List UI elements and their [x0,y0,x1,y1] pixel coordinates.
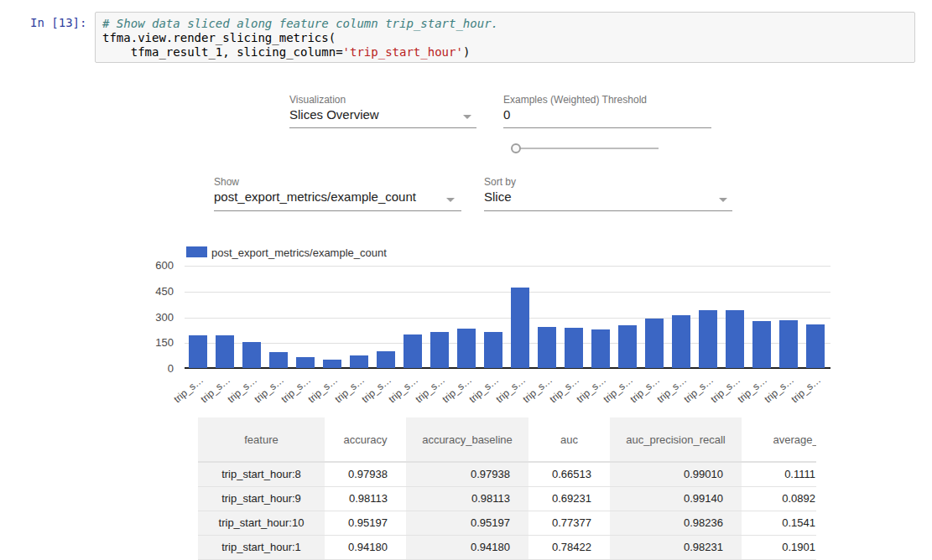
show-dropdown[interactable]: post_export_metrics/example_count [214,189,461,211]
table-cell: 0.95197 [325,511,406,536]
threshold-value: 0 [503,107,510,122]
table-header-auc_precision_recall[interactable]: auc_precision_recall [610,417,742,462]
visualization-value: Slices Overview [289,107,379,122]
x-axis-tick-label: trip_s… [586,374,635,417]
code-string: 'trip_start_hour' [343,45,463,59]
x-axis-tick-label: trip_s… [747,374,796,417]
bar-0[interactable] [189,335,207,368]
table-cell: 0.94180 [406,536,528,560]
threshold-slider-handle[interactable] [511,143,521,153]
table-cell: trip_start_hour:9 [198,487,325,511]
threshold-slider-track[interactable] [516,148,659,149]
sort-by-value: Slice [484,189,512,204]
table-cell: 0.97938 [406,462,528,487]
x-axis-tick-label: trip_s… [398,374,447,417]
x-axis-tick-label: trip_s… [721,374,769,417]
metrics-table: featureaccuracyaccuracy_baselineaucauc_p… [198,417,816,560]
x-axis-tick-label: trip_s… [291,374,340,417]
code-comment: # Show data sliced along feature column … [102,17,498,30]
table-cell: 0.98231 [610,536,742,560]
bar-6[interactable] [350,355,368,368]
x-axis-tick-label: trip_s… [640,374,689,417]
table-cell: trip_start_hour:10 [198,511,325,536]
visualization-label: Visualization [289,94,346,106]
bar-5[interactable] [323,360,341,368]
table-header-accuracy[interactable]: accuracy [325,417,406,462]
table-header-feature[interactable]: feature [198,417,325,462]
x-axis-tick-label: trip_s… [184,374,232,417]
sort-by-label: Sort by [484,176,516,188]
bar-9[interactable] [430,332,449,368]
bar-10[interactable] [457,329,476,368]
x-axis-tick-label: trip_s… [533,374,581,417]
bar-15[interactable] [591,329,610,368]
x-axis-tick-label: trip_s… [774,374,823,417]
x-axis-tick-label: trip_s… [211,374,259,417]
bar-4[interactable] [296,357,315,368]
table-cell: 0.66513 [528,462,610,487]
bar-23[interactable] [806,324,825,368]
x-axis-tick-label: trip_s… [345,374,393,417]
bar-21[interactable] [752,321,771,368]
bar-20[interactable] [726,310,744,368]
table-cell: 0.94180 [325,536,406,560]
bar-19[interactable] [699,310,717,368]
bar-8[interactable] [404,334,422,368]
y-axis-tick-label: 300 [134,311,174,324]
threshold-label: Examples (Weighted) Threshold [503,94,647,106]
bar-17[interactable] [645,319,664,368]
sort-by-dropdown[interactable]: Slice [484,189,732,211]
x-axis-tick-label: trip_s… [560,374,608,417]
x-axis-tick-label: trip_s… [667,374,716,417]
y-axis-tick-label: 150 [134,336,174,350]
visualization-dropdown[interactable]: Slices Overview [289,107,476,128]
table-cell: 0.98113 [406,487,528,511]
show-label: Show [214,176,239,188]
table-header-average_los[interactable]: average_los [742,417,816,462]
bar-12[interactable] [511,288,529,368]
table-cell: 0.95197 [406,511,528,536]
table-cell: 0.78422 [528,536,610,560]
table-row: trip_start_hour:90.981130.981130.692310.… [198,487,816,511]
table-header-accuracy_baseline[interactable]: accuracy_baseline [406,417,528,462]
bar-18[interactable] [672,315,690,368]
table-cell: 0.0892 [742,487,816,511]
bar-1[interactable] [216,335,234,368]
bar-14[interactable] [565,328,583,368]
table-cell: 0.1901 [742,536,816,560]
bar-3[interactable] [269,352,288,368]
chevron-down-icon[interactable] [719,198,727,202]
code-editor[interactable]: # Show data sliced along feature column … [95,12,915,63]
table-cell: trip_start_hour:1 [198,536,325,560]
bar-2[interactable] [242,342,261,368]
table-cell: 0.69231 [528,487,610,511]
x-axis-tick-label: trip_s… [318,374,367,417]
table-cell: 0.77377 [528,511,610,536]
table-cell: 0.1111 [742,462,816,487]
input-prompt: In [13]: [30,16,86,29]
bar-22[interactable] [779,320,798,368]
x-axis-tick-label: trip_s… [425,374,474,417]
table-header-auc[interactable]: auc [528,417,610,462]
table-cell: 0.99010 [610,462,742,487]
code-line-2: tfma.view.render_slicing_metrics( [102,31,336,44]
legend-swatch [186,246,207,257]
chevron-down-icon[interactable] [446,198,455,202]
threshold-input[interactable]: 0 [503,107,711,128]
bar-11[interactable] [484,332,502,368]
x-axis-tick-label: trip_s… [479,374,528,417]
chevron-down-icon[interactable] [463,115,471,119]
y-axis-tick-label: 450 [134,285,174,298]
bar-16[interactable] [618,325,637,368]
x-axis-tick-label: trip_s… [506,374,555,417]
gridline [185,266,830,267]
code-line-3: tfma_result_1, slicing_column='trip_star… [102,45,470,59]
show-value: post_export_metrics/example_count [214,189,416,204]
x-axis-tick-label: trip_s… [157,374,206,417]
table-cell: 0.97938 [325,462,406,487]
bar-7[interactable] [377,351,395,368]
x-axis-tick-label: trip_s… [264,374,313,417]
table-cell: 0.99140 [610,487,742,511]
bar-13[interactable] [538,327,556,368]
x-axis-tick-label: trip_s… [372,374,420,417]
